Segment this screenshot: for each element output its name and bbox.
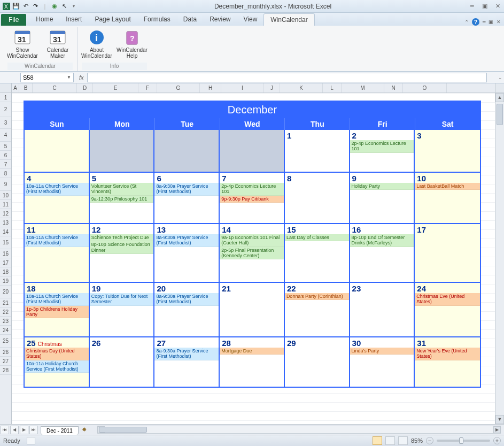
fx-label[interactable]: fx — [79, 74, 84, 81]
row-header-23[interactable]: 23 — [0, 317, 11, 326]
calendar-event[interactable]: Linda's Party — [350, 348, 414, 355]
calendar-event[interactable]: 8a-9:30a Prayer Service (First Methodist… — [154, 348, 219, 360]
row-header-28[interactable]: 28 — [0, 366, 11, 375]
col-header-A[interactable]: A — [12, 83, 19, 93]
calendar-cell-3[interactable]: 3 — [415, 130, 480, 172]
row-header-10[interactable]: 10 — [0, 191, 11, 200]
macro-record-icon[interactable] — [27, 437, 35, 444]
calendar-event[interactable]: 1p-3p Childrens Holiday Party — [25, 306, 89, 319]
row-header-6[interactable]: 6 — [0, 151, 11, 160]
globe-icon[interactable]: ◉ — [50, 2, 59, 11]
calendar-cell-10[interactable]: 10Last BasketBall Match — [415, 173, 480, 223]
ribbon-wincalendar-help[interactable]: ?WinCalendar Help — [117, 28, 147, 63]
col-header-L[interactable]: L — [323, 83, 342, 93]
col-header-D[interactable]: D — [77, 83, 93, 93]
row-header-2[interactable]: 2 — [0, 102, 11, 117]
calendar-cell-26[interactable]: 26 — [90, 337, 155, 387]
name-box[interactable]: S58 ▼ — [20, 73, 74, 82]
calendar-event[interactable]: 2p-5p Final Presentation (Kennedy Center… — [220, 247, 284, 260]
tab-wincalendar[interactable]: WinCalendar — [263, 13, 314, 26]
row-header-27[interactable]: 27 — [0, 357, 11, 366]
col-header-O[interactable]: O — [403, 83, 447, 93]
calendar-cell-14[interactable]: 149a-1p Economics 101 Final (Cueter Hall… — [220, 224, 285, 282]
tab-formulas[interactable]: Formulas — [137, 13, 177, 26]
row-header-21[interactable]: 21 — [0, 298, 11, 307]
calendar-event[interactable]: Mortgage Due — [220, 348, 284, 355]
zoom-level[interactable]: 85% — [411, 437, 423, 444]
col-header-B[interactable]: B — [19, 83, 33, 93]
row-header-12[interactable]: 12 — [0, 209, 11, 218]
calendar-cell-11[interactable]: 1110a-11a Church Service (First Methodis… — [25, 224, 90, 282]
undo-icon[interactable]: ↶ — [21, 2, 30, 11]
calendar-cell-27[interactable]: 278a-9:30a Prayer Service (First Methodi… — [154, 337, 220, 387]
view-pagebreak-button[interactable] — [398, 436, 408, 445]
col-header-I[interactable]: I — [221, 83, 264, 93]
row-header-14[interactable]: 14 — [0, 227, 11, 236]
calendar-event[interactable]: 2p-4p Economics Lecture 101 — [220, 183, 284, 196]
close-button[interactable]: ✕ — [493, 2, 502, 11]
tab-home[interactable]: Home — [29, 13, 59, 26]
scroll-right-icon[interactable]: ▶ — [493, 426, 501, 433]
view-normal-button[interactable] — [373, 436, 382, 445]
row-header-4[interactable]: 4 — [0, 129, 11, 142]
col-header-M[interactable]: M — [342, 83, 384, 93]
calendar-event[interactable]: Donna's Party (Corinthian) — [285, 293, 349, 300]
workbook-close-icon[interactable]: ✕ — [497, 19, 501, 25]
ribbon-calendar-maker[interactable]: 31Calendar Maker — [43, 28, 73, 63]
calendar-cell-1[interactable]: 1 — [285, 130, 350, 172]
row-header-20[interactable]: 20 — [0, 286, 11, 298]
calendar-event[interactable]: 8p-10p End Of Semester Drinks (McFarleys… — [350, 234, 414, 247]
row-header-26[interactable]: 26 — [0, 348, 11, 357]
vertical-scrollbar[interactable]: ▲ ▼ — [495, 93, 504, 424]
calendar-cell-24[interactable]: 24Christmas Eve (United States) — [415, 283, 480, 336]
name-box-dropdown-icon[interactable]: ▼ — [67, 75, 71, 80]
calendar-cell-30[interactable]: 30Linda's Party — [350, 337, 415, 387]
col-header-J[interactable]: J — [264, 83, 280, 93]
row-header-17[interactable]: 17 — [0, 258, 11, 267]
calendar-cell-15[interactable]: 15Last Day of Classes — [285, 224, 350, 282]
row-header-9[interactable]: 9 — [0, 178, 11, 191]
col-header-N[interactable]: N — [384, 83, 403, 93]
workbook-restore-icon[interactable]: ▣ — [489, 19, 493, 25]
calendar-cell-28[interactable]: 28Mortgage Due — [220, 337, 285, 387]
calendar-cell-20[interactable]: 208a-9:30a Prayer Service (First Methodi… — [154, 283, 220, 336]
view-pagelayout-button[interactable] — [385, 436, 395, 445]
formula-input[interactable] — [87, 73, 487, 82]
calendar-event[interactable]: 10a-11a Holiday Church Service (First Me… — [25, 360, 89, 373]
row-header-3[interactable]: 3 — [0, 117, 11, 129]
calendar-cell-13[interactable]: 138a-9:30a Prayer Service (First Methodi… — [154, 224, 220, 282]
new-sheet-icon[interactable]: ✸ — [82, 426, 87, 433]
row-header-16[interactable]: 16 — [0, 249, 11, 258]
scroll-down-icon[interactable]: ▼ — [495, 415, 504, 424]
calendar-event[interactable]: New Year's Eve (United States) — [415, 348, 480, 360]
calendar-cell-4[interactable]: 410a-11a Church Service (First Methodist… — [25, 173, 90, 223]
row-header-7[interactable]: 7 — [0, 160, 11, 169]
ribbon-show-wincalendar[interactable]: 31Show WinCalendar — [7, 28, 37, 63]
calendar-event[interactable]: 2p-4p Economics Lecture 101 — [350, 140, 414, 153]
calendar-event[interactable]: Copy: Tuition Due for Next Semester — [90, 293, 154, 306]
tab-file[interactable]: File — [1, 14, 26, 26]
sheet-nav-last[interactable]: ⏭ — [29, 426, 38, 434]
calendar-cell-18[interactable]: 1810a-11a Church Service (First Methodis… — [25, 283, 90, 336]
calendar-cell-22[interactable]: 22Donna's Party (Corinthian) — [285, 283, 350, 336]
more-icon[interactable]: ▾ — [69, 2, 78, 11]
col-header-G[interactable]: G — [157, 83, 200, 93]
calendar-cell-25[interactable]: 25ChristmasChristmas Day (United States)… — [25, 337, 90, 387]
col-header-C[interactable]: C — [33, 83, 77, 93]
calendar-cell-7[interactable]: 72p-4p Economics Lecture 1019p-9:30p Pay… — [220, 173, 285, 223]
zoom-slider-knob[interactable] — [459, 437, 463, 444]
sheet-nav-prev[interactable]: ◀ — [10, 426, 19, 434]
formula-expand-icon[interactable]: ⌄ — [497, 75, 504, 80]
calendar-cell-17[interactable]: 17 — [415, 224, 480, 282]
zoom-slider[interactable] — [437, 440, 490, 442]
scroll-up-icon[interactable]: ▲ — [495, 93, 504, 102]
workbook-min-icon[interactable]: ━ — [483, 19, 485, 25]
calendar-cell-16[interactable]: 168p-10p End Of Semester Drinks (McFarle… — [350, 224, 415, 282]
maximize-button[interactable]: ▣ — [480, 2, 489, 11]
calendar-cell-31[interactable]: 31New Year's Eve (United States) — [415, 337, 480, 387]
calendar-event[interactable]: 8a-9:30a Prayer Service (First Methodist… — [154, 293, 219, 306]
calendar-event[interactable]: 9p-9:30p Pay Citibank — [220, 196, 284, 203]
sheet-canvas[interactable]: December SunMonTueWedThuFriSat 122p-4p E… — [12, 93, 495, 424]
calendar-cell-9[interactable]: 9Holiday Party — [350, 173, 415, 223]
sheet-tab[interactable]: Dec - 2011 — [41, 426, 79, 435]
